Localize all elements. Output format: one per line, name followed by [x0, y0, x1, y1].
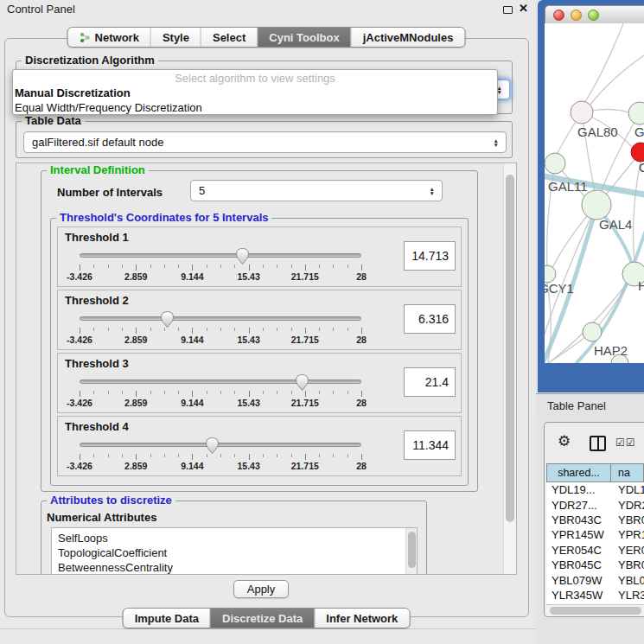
- attributes-list-scrollbar[interactable]: [405, 528, 417, 575]
- table-row[interactable]: YBL079WYBL0: [546, 572, 644, 587]
- network-node[interactable]: [545, 265, 556, 283]
- control-panel-title: Control Panel: [7, 3, 75, 16]
- table-row[interactable]: YER054CYER0: [546, 543, 644, 558]
- network-node[interactable]: [571, 101, 593, 124]
- float-window-icon[interactable]: [503, 6, 513, 14]
- bottom-tab-impute-data[interactable]: Impute Data: [124, 609, 210, 628]
- table-rows: YDL19...YDL1YDR27...YDR2YBR043CYBR0YPR14…: [546, 482, 644, 604]
- slider-thumb-icon[interactable]: [206, 437, 219, 454]
- control-panel-titlebar: Control Panel ✕: [0, 0, 536, 19]
- network-window-titlebar: [545, 5, 644, 23]
- table-row[interactable]: YDR27...YDR2: [546, 497, 644, 512]
- network-node[interactable]: [628, 102, 644, 124]
- threshold-value-field[interactable]: 21.4: [404, 367, 456, 397]
- minimize-traffic-light-icon[interactable]: [571, 10, 582, 21]
- top-tab-bar: NetworkStyleSelectCyni ToolboxjActiveMNo…: [67, 27, 466, 48]
- network-node[interactable]: [545, 153, 565, 174]
- slider-ticks: [80, 390, 361, 397]
- table-cell: YPR1: [611, 528, 644, 541]
- numerical-attributes-list[interactable]: SelfLoopsTopologicalCoefficientBetweenne…: [51, 527, 418, 575]
- node-label: GCY1: [545, 281, 574, 296]
- thresholds-group: Threshold's Coordinates for 5 Intervals …: [50, 218, 469, 486]
- slider-track[interactable]: [80, 253, 361, 258]
- settings-vertical-scrollbar[interactable]: [503, 163, 516, 574]
- attribute-list-item[interactable]: TopologicalCoefficient: [58, 545, 417, 560]
- slider-thumb-icon[interactable]: [161, 311, 174, 328]
- stepper-arrows-icon: ▲▼: [430, 186, 435, 195]
- algorithm-option[interactable]: Equal Width/Frequency Discretization: [13, 101, 497, 116]
- table-cell: YER054C: [546, 544, 611, 557]
- tab-style[interactable]: Style: [150, 28, 201, 47]
- network-node[interactable]: [583, 322, 602, 341]
- checkbox-columns-icon[interactable]: ☑☑: [615, 437, 636, 449]
- column-header-shared-name[interactable]: shared...: [546, 463, 611, 482]
- stepper-arrows-icon: ▲▼: [494, 137, 499, 147]
- threshold-value: 6.316: [418, 312, 449, 326]
- table-cell: YBR043C: [546, 513, 611, 526]
- apply-button[interactable]: Apply: [233, 580, 289, 598]
- threshold-slider[interactable]: -3.4262.8599.14415.4321.71528: [80, 311, 361, 346]
- table-row[interactable]: YBR043CYBR0: [546, 513, 644, 527]
- number-of-intervals-combobox[interactable]: 5 ▲▼: [190, 180, 443, 201]
- tab-cyni-toolbox[interactable]: Cyni Toolbox: [257, 28, 350, 47]
- slider-track[interactable]: [80, 316, 361, 321]
- table-cell: YPR145W: [546, 528, 611, 541]
- attribute-list-item[interactable]: SelfLoops: [58, 531, 417, 545]
- slider-thumb-icon[interactable]: [236, 248, 249, 265]
- control-panel: Control Panel ✕ NetworkStyleSelectCyni T…: [0, 0, 536, 644]
- network-node[interactable]: [582, 190, 611, 220]
- table-cell: YBL0: [611, 574, 644, 587]
- gear-icon[interactable]: ⚙: [558, 434, 571, 449]
- table-cell: YBR045C: [546, 558, 611, 571]
- panel-bottom-divider: [0, 628, 536, 629]
- bottom-tab-infer-network[interactable]: Infer Network: [314, 609, 409, 628]
- slider-ticks: [80, 453, 361, 460]
- threshold-label: Threshold 3: [65, 357, 129, 370]
- threshold-value: 11.344: [412, 438, 449, 452]
- tab-jactivemnodules[interactable]: jActiveMNodules: [351, 28, 465, 47]
- threshold-slider[interactable]: -3.4262.8599.14415.4321.71528: [80, 437, 361, 472]
- slider-tick-labels: -3.4262.8599.14415.4321.71528: [80, 271, 361, 282]
- node-label: GAL11: [548, 179, 588, 194]
- slider-track[interactable]: [80, 379, 361, 384]
- table-header-row: shared... na: [546, 463, 644, 482]
- slider-track[interactable]: [80, 443, 361, 447]
- node-label: GAL4: [599, 217, 632, 232]
- column-layout-icon[interactable]: [590, 436, 606, 451]
- network-node[interactable]: [631, 143, 644, 162]
- threshold-value-field[interactable]: 6.316: [404, 304, 456, 334]
- close-traffic-light-icon[interactable]: [553, 10, 564, 21]
- attribute-list-item[interactable]: BetweennessCentrality: [58, 560, 417, 575]
- node-label: H: [638, 278, 644, 293]
- table-cell: YBR0: [611, 513, 644, 526]
- threshold-slider[interactable]: -3.4262.8599.14415.4321.71528: [80, 374, 361, 409]
- close-icon[interactable]: ✕: [519, 2, 528, 15]
- threshold-value-field[interactable]: 11.344: [404, 430, 456, 460]
- column-header-name[interactable]: na: [611, 463, 644, 482]
- table-data-group-title: Table Data: [22, 114, 85, 127]
- algorithm-option[interactable]: Manual Discretization: [13, 86, 497, 101]
- table-data-combobox[interactable]: galFiltered.sif default node ▲▼: [23, 131, 507, 153]
- threshold-slider[interactable]: -3.4262.8599.14415.4321.71528: [80, 248, 361, 283]
- slider-tick-labels: -3.4262.8599.14415.4321.71528: [80, 461, 361, 471]
- zoom-traffic-light-icon[interactable]: [588, 10, 599, 21]
- bottom-tab-discretize-data[interactable]: Discretize Data: [210, 609, 314, 628]
- interval-definition-group: Interval Definition Number of Intervals …: [41, 170, 478, 492]
- network-canvas[interactable]: GAL80GACGAL11GAL4GCY1HHAP2: [545, 23, 644, 363]
- slider-thumb-icon[interactable]: [296, 374, 309, 391]
- tab-select[interactable]: Select: [201, 28, 257, 47]
- table-cell: YDL1: [611, 483, 644, 496]
- bottom-tab-bar: Impute DataDiscretize DataInfer Network: [123, 608, 411, 628]
- slider-ticks: [80, 327, 361, 334]
- table-row[interactable]: YDL19...YDL1: [546, 482, 644, 497]
- threshold-label: Threshold 2: [65, 294, 129, 307]
- number-of-intervals-label: Number of Intervals: [57, 186, 163, 199]
- table-row[interactable]: YLR345WYLR3: [546, 588, 644, 603]
- table-panel-title: Table Panel: [547, 399, 606, 412]
- table-row[interactable]: YPR145WYPR1: [546, 527, 644, 542]
- slider-ticks: [80, 264, 361, 271]
- tab-network[interactable]: Network: [68, 28, 150, 47]
- table-row[interactable]: YBR045CYBR0: [546, 558, 644, 572]
- threshold-value-field[interactable]: 14.713: [404, 241, 456, 271]
- table-horizontal-scrollbar[interactable]: [546, 604, 644, 616]
